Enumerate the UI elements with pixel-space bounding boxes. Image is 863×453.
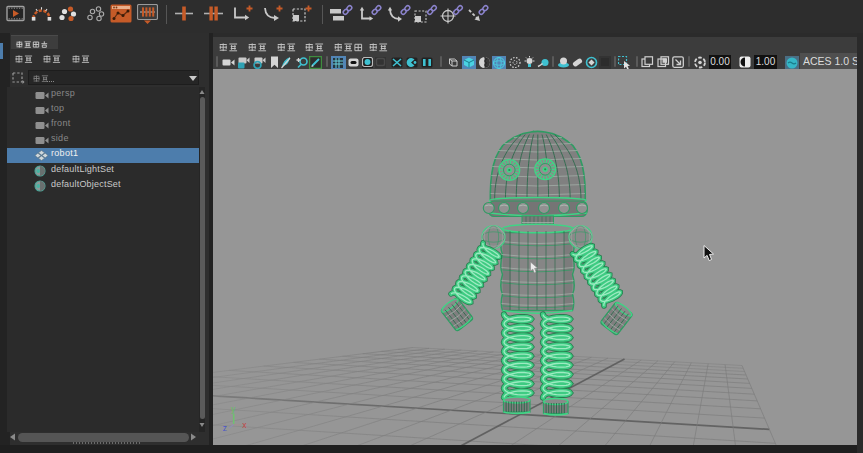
- svg-text:x: x: [242, 420, 247, 430]
- svg-text:y: y: [231, 404, 236, 414]
- svg-text:z: z: [223, 422, 227, 432]
